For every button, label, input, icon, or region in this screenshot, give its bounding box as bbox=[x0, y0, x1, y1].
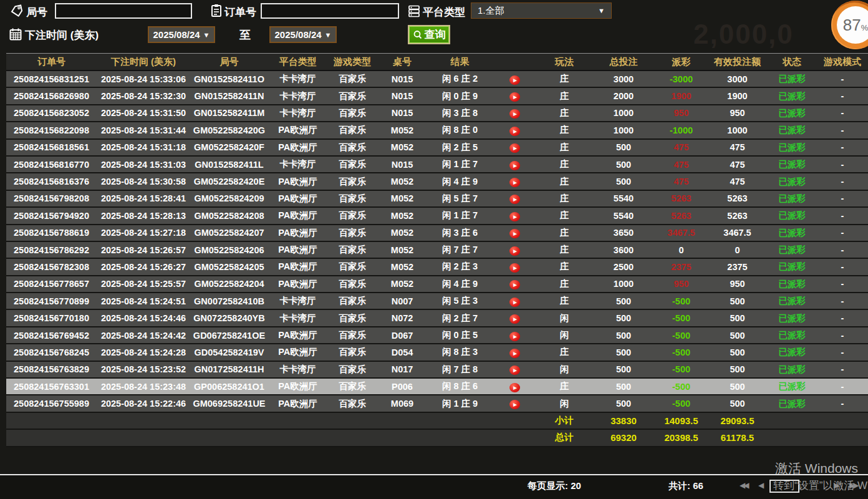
play-video-icon[interactable]: ▶ bbox=[509, 263, 520, 273]
order-input[interactable] bbox=[261, 3, 399, 19]
play-video-icon[interactable]: ▶ bbox=[509, 127, 520, 136]
cell-11: 500 bbox=[708, 309, 767, 326]
cell-4: 百家乐 bbox=[327, 139, 377, 156]
platform-type-label: 平台类型 bbox=[423, 5, 465, 19]
cell-13: - bbox=[817, 190, 868, 207]
cell-2: GM0522582420G bbox=[190, 122, 268, 138]
cell-0: 250824156755989 bbox=[6, 395, 97, 412]
total-spacer-end bbox=[767, 429, 868, 446]
table-row[interactable]: 2508241568269802025-08-24 15:32:30GN0152… bbox=[6, 87, 868, 104]
cell-6: 闲 3 庄 8 bbox=[427, 105, 493, 122]
table-row[interactable]: 2508241567786572025-08-24 15:25:57GM0522… bbox=[6, 276, 868, 293]
table-row[interactable]: 2508241567949202025-08-24 15:28:13GM0522… bbox=[6, 207, 868, 224]
table-row[interactable]: 2508241568220982025-08-24 15:31:44GM0522… bbox=[6, 122, 868, 138]
table-row[interactable]: 2508241567694522025-08-24 15:24:42GD0672… bbox=[6, 327, 868, 344]
table-row[interactable]: 2508241567701802025-08-24 15:24:46GN0722… bbox=[6, 309, 868, 326]
cell-play[interactable]: ▶ bbox=[493, 156, 536, 173]
table-row[interactable]: 2508241568167702025-08-24 15:31:03GN0152… bbox=[6, 156, 868, 173]
date-from-picker[interactable]: 2025/08/24 ▼ bbox=[148, 26, 215, 43]
cell-10: 475 bbox=[655, 173, 708, 190]
cell-play[interactable]: ▶ bbox=[493, 309, 536, 326]
play-video-icon[interactable]: ▶ bbox=[509, 109, 520, 119]
play-video-icon[interactable]: ▶ bbox=[509, 332, 520, 341]
cell-8: 庄 bbox=[536, 241, 592, 258]
table-row[interactable]: 2508241567633012025-08-24 15:23:48GP0062… bbox=[6, 378, 868, 395]
cell-3: PA欧洲厅 bbox=[268, 207, 327, 224]
cell-play[interactable]: ▶ bbox=[493, 327, 536, 344]
cell-play[interactable]: ▶ bbox=[493, 361, 536, 378]
play-video-icon[interactable]: ▶ bbox=[509, 349, 520, 358]
cell-10: 475 bbox=[655, 156, 708, 173]
cell-play[interactable]: ▶ bbox=[493, 105, 536, 122]
cell-13: - bbox=[817, 207, 868, 224]
play-video-icon[interactable]: ▶ bbox=[509, 92, 520, 102]
table-row[interactable]: 2508241568163762025-08-24 15:30:58GM0522… bbox=[6, 173, 868, 190]
table-row[interactable]: 2508241568312512025-08-24 15:33:06GN0152… bbox=[6, 70, 868, 87]
cell-play[interactable]: ▶ bbox=[493, 258, 536, 275]
cell-0: 250824156769452 bbox=[6, 327, 97, 344]
cell-play[interactable]: ▶ bbox=[493, 190, 536, 207]
cell-13: - bbox=[817, 105, 868, 122]
column-header-3: 平台类型 bbox=[268, 54, 327, 70]
play-video-icon[interactable]: ▶ bbox=[509, 178, 520, 187]
cell-play[interactable]: ▶ bbox=[493, 344, 536, 361]
cell-10: 950 bbox=[655, 276, 708, 293]
cell-play[interactable]: ▶ bbox=[493, 207, 536, 224]
table-row[interactable]: 2508241567886192025-08-24 15:27:18GM0522… bbox=[6, 225, 868, 241]
play-video-icon[interactable]: ▶ bbox=[509, 229, 520, 238]
cell-10: -500 bbox=[655, 327, 708, 344]
cell-play[interactable]: ▶ bbox=[493, 225, 536, 241]
cell-2: GM0522582420F bbox=[190, 139, 268, 156]
column-header-0: 订单号 bbox=[6, 54, 97, 70]
query-button[interactable]: 查询 bbox=[408, 25, 450, 44]
play-video-icon[interactable]: ▶ bbox=[509, 383, 520, 392]
cell-2: GD0542582419V bbox=[190, 344, 268, 361]
play-video-icon[interactable]: ▶ bbox=[509, 400, 520, 409]
table-row[interactable]: 2508241567823082025-08-24 15:26:27GM0522… bbox=[6, 258, 868, 275]
cell-4: 百家乐 bbox=[327, 173, 377, 190]
cell-play[interactable]: ▶ bbox=[493, 276, 536, 293]
cell-play[interactable]: ▶ bbox=[493, 293, 536, 309]
play-video-icon[interactable]: ▶ bbox=[509, 161, 520, 170]
date-to-picker[interactable]: 2025/08/24 ▼ bbox=[269, 26, 337, 43]
play-video-icon[interactable]: ▶ bbox=[509, 195, 520, 204]
cell-play[interactable]: ▶ bbox=[493, 70, 536, 87]
play-video-icon[interactable]: ▶ bbox=[509, 280, 520, 289]
cell-5: N072 bbox=[377, 309, 427, 326]
cell-9: 500 bbox=[592, 156, 655, 173]
table-row[interactable]: 2508241567559892025-08-24 15:22:46GM0692… bbox=[6, 395, 868, 412]
play-video-icon[interactable]: ▶ bbox=[509, 143, 520, 153]
cell-play[interactable]: ▶ bbox=[493, 139, 536, 156]
play-video-icon[interactable]: ▶ bbox=[509, 298, 520, 307]
play-video-icon[interactable]: ▶ bbox=[509, 246, 520, 256]
table-row[interactable]: 2508241568185612025-08-24 15:31:18GM0522… bbox=[6, 139, 868, 156]
platform-type-select[interactable]: 1.全部 ▼ bbox=[471, 2, 612, 19]
cell-5: N015 bbox=[377, 105, 427, 122]
cell-play[interactable]: ▶ bbox=[493, 378, 536, 395]
cell-play[interactable]: ▶ bbox=[493, 395, 536, 412]
table-row[interactable]: 2508241567982082025-08-24 15:28:41GM0522… bbox=[6, 190, 868, 207]
cell-0: 250824156831251 bbox=[6, 70, 97, 87]
cell-12: 已派彩 bbox=[767, 258, 817, 275]
play-video-icon[interactable]: ▶ bbox=[509, 366, 520, 375]
cell-play[interactable]: ▶ bbox=[493, 241, 536, 258]
table-row[interactable]: 2508241567708992025-08-24 15:24:51GN0072… bbox=[6, 293, 868, 309]
cell-4: 百家乐 bbox=[327, 70, 377, 87]
cell-2: GM05225824207 bbox=[190, 225, 268, 241]
play-video-icon[interactable]: ▶ bbox=[509, 212, 520, 221]
prev-page-icon[interactable]: ◀ bbox=[758, 481, 762, 490]
cell-play[interactable]: ▶ bbox=[493, 173, 536, 190]
cell-play[interactable]: ▶ bbox=[493, 122, 536, 138]
cell-6: 闲 7 庄 7 bbox=[427, 241, 493, 258]
play-video-icon[interactable]: ▶ bbox=[509, 314, 520, 324]
table-row[interactable]: 2508241568230522025-08-24 15:31:50GN0152… bbox=[6, 105, 868, 122]
round-input[interactable] bbox=[55, 3, 192, 19]
play-video-icon[interactable]: ▶ bbox=[509, 75, 520, 85]
table-row[interactable]: 2508241567862922025-08-24 15:26:57GM0522… bbox=[6, 241, 868, 258]
first-page-icon[interactable]: ◀◀ bbox=[740, 481, 747, 490]
cell-play[interactable]: ▶ bbox=[493, 87, 536, 104]
cell-10: -500 bbox=[655, 361, 708, 378]
table-row[interactable]: 2508241567638292025-08-24 15:23:52GN0172… bbox=[6, 361, 868, 378]
table-row[interactable]: 2508241567682452025-08-24 15:24:28GD0542… bbox=[6, 344, 868, 361]
cell-1: 2025-08-24 15:24:42 bbox=[97, 327, 190, 344]
